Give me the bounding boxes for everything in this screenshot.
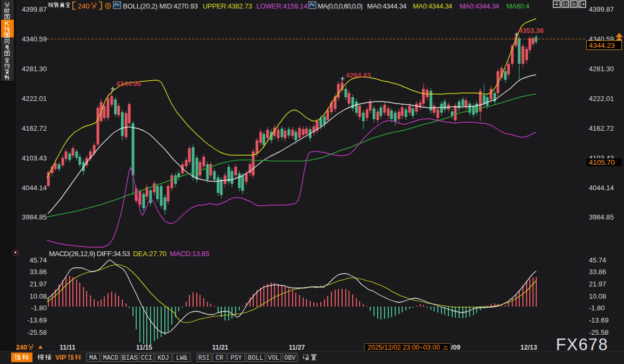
svg-text:11/15: 11/15	[136, 344, 153, 351]
svg-text:LOWER:4159.14: LOWER:4159.14	[256, 2, 307, 10]
svg-text:LW&: LW&	[176, 354, 188, 362]
svg-text:10.08: 10.08	[589, 292, 606, 300]
svg-text:4044.14: 4044.14	[22, 184, 47, 192]
svg-text:3984.85: 3984.85	[589, 213, 614, 221]
svg-text:-1.80: -1.80	[589, 304, 605, 312]
svg-text:12/13: 12/13	[520, 344, 537, 351]
svg-text:11/27: 11/27	[289, 344, 305, 351]
svg-text:240: 240	[78, 2, 90, 10]
svg-text:4162.72: 4162.72	[22, 124, 47, 132]
svg-text:4353.36: 4353.36	[519, 27, 544, 35]
svg-text:4281.30: 4281.30	[22, 65, 47, 73]
svg-text:45.74: 45.74	[29, 256, 47, 264]
svg-text:PSY: PSY	[230, 354, 242, 362]
svg-text:4103.43: 4103.43	[22, 154, 47, 162]
svg-text:45.74: 45.74	[589, 256, 606, 264]
svg-text:4399.87: 4399.87	[22, 5, 47, 13]
svg-text:-25.58: -25.58	[27, 328, 47, 336]
svg-text:MA0:4344.34: MA0:4344.34	[413, 2, 452, 10]
svg-text:-1.80: -1.80	[31, 304, 47, 312]
svg-text:4264.43: 4264.43	[346, 71, 371, 79]
svg-text:UPPER:4382.73: UPPER:4382.73	[203, 2, 252, 10]
svg-text:CR: CR	[215, 354, 223, 362]
svg-text:2025/12/02 23:00~03:00: 2025/12/02 23:00~03:00	[368, 344, 440, 351]
svg-text:4399.87: 4399.87	[589, 5, 614, 13]
svg-text:MA: MA	[89, 354, 97, 362]
svg-text:BOLL(20,2) MID:4270.93: BOLL(20,2) MID:4270.93	[123, 2, 198, 10]
svg-text:MA60:4: MA60:4	[506, 2, 529, 10]
svg-text:MACD: MACD	[103, 354, 119, 362]
svg-text:4162.72: 4162.72	[589, 124, 614, 132]
svg-text:21.97: 21.97	[589, 280, 606, 288]
svg-text:3984.85: 3984.85	[22, 213, 47, 221]
svg-text:4222.01: 4222.01	[589, 95, 614, 103]
svg-text:/09: /09	[451, 344, 460, 351]
svg-text:33.86: 33.86	[29, 268, 47, 276]
svg-text:RSI: RSI	[198, 354, 210, 362]
svg-text:-13.69: -13.69	[27, 316, 47, 324]
svg-text:33.86: 33.86	[589, 268, 606, 276]
svg-text:MA0:4344.34: MA0:4344.34	[367, 2, 406, 10]
svg-text:240: 240	[16, 344, 27, 351]
svg-text:4340.59: 4340.59	[22, 35, 47, 43]
svg-text:VOL: VOL	[268, 354, 280, 362]
svg-text:11/11: 11/11	[60, 344, 76, 351]
svg-text:VIP: VIP	[55, 354, 66, 361]
svg-text:4044.14: 4044.14	[589, 184, 614, 192]
svg-text:4105.70: 4105.70	[589, 158, 615, 166]
svg-text:MA(0,0,0,60,0,0): MA(0,0,0,60,0,0)	[318, 2, 362, 10]
svg-text:-13.69: -13.69	[589, 316, 609, 324]
svg-text:MA0:4344.34: MA0:4344.34	[460, 2, 499, 10]
svg-text:4281.30: 4281.30	[589, 65, 614, 73]
svg-text:11/21: 11/21	[212, 344, 229, 351]
svg-text:MACD:13.65: MACD:13.65	[170, 250, 209, 258]
svg-text:BIAS: BIAS	[122, 354, 138, 362]
svg-text:KDJ: KDJ	[157, 354, 169, 362]
svg-text:4344.23: 4344.23	[589, 41, 615, 49]
svg-text:MACD(26,12,9) DIFF:34.53: MACD(26,12,9) DIFF:34.53	[49, 250, 130, 258]
svg-text:CCI: CCI	[141, 354, 153, 362]
svg-text:10.08: 10.08	[29, 292, 47, 300]
svg-text:4244.96: 4244.96	[116, 80, 141, 88]
svg-text:OBV: OBV	[284, 354, 296, 362]
svg-text:21.97: 21.97	[29, 280, 47, 288]
svg-text:4222.01: 4222.01	[22, 95, 47, 103]
svg-text:BOLL: BOLL	[248, 354, 263, 362]
svg-text:DEA:27.70: DEA:27.70	[133, 250, 167, 258]
